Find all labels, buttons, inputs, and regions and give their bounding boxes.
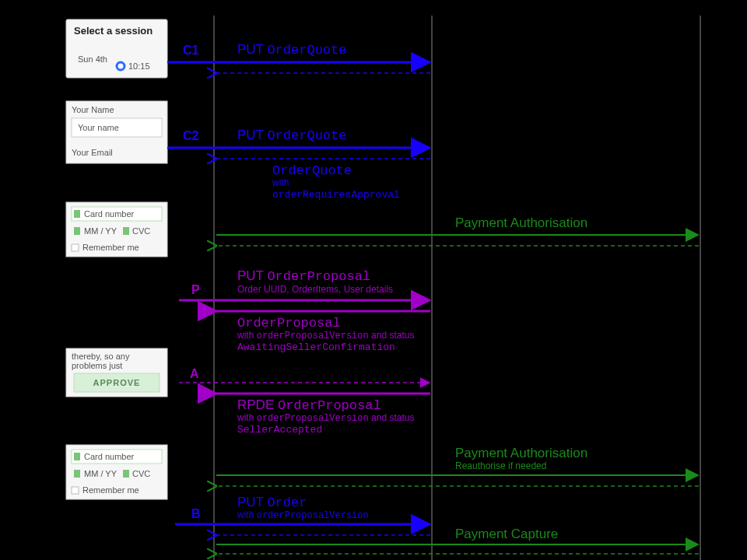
svg-text:Remember me: Remember me <box>82 243 139 252</box>
placeholder-your-name: Your name <box>78 123 119 132</box>
msg-c2-resp-with: with <box>272 177 289 188</box>
label-your-email: Your Email <box>72 148 113 157</box>
mockup-card-1: Card number MM / YY CVC Remember me <box>66 202 167 257</box>
lock-icon <box>123 470 129 478</box>
label-your-name: Your Name <box>72 105 114 114</box>
lock-icon <box>123 227 129 235</box>
svg-text:Remember me: Remember me <box>82 485 139 495</box>
msg-a-resp: RPDE OrderProposal <box>237 397 381 413</box>
approve-button: APPROVE <box>93 378 141 387</box>
svg-text:CVC: CVC <box>132 469 150 478</box>
msg-p-resp-l2: AwaitingSellerConfirmation <box>237 341 395 353</box>
mockup-approve: thereby, so any problems just APPROVE <box>66 348 167 397</box>
svg-text:problems just: problems just <box>72 361 122 370</box>
msg-b-sub: with orderProposalVersion <box>237 509 369 521</box>
mockup-session-select: Select a session Sun 4th 10:15 <box>66 19 167 78</box>
mockup-session-day: Sun 4th <box>78 54 107 64</box>
msg-a-resp-l2: SellerAccepted <box>237 424 322 436</box>
card-icon <box>74 453 80 460</box>
msg-c2: PUT OrderQuote <box>237 128 346 143</box>
msg-pay3: Payment Capture <box>455 527 558 541</box>
mockup-session-title: Select a session <box>74 25 153 37</box>
svg-text:Card number: Card number <box>84 452 135 461</box>
msg-pay2: Payment Authorisation <box>455 446 587 460</box>
msg-p-sub: Order UUID, OrderItems, User details <box>237 284 393 295</box>
step-label-a: A <box>190 367 199 380</box>
msg-p-resp: OrderProposal <box>237 316 341 331</box>
card-icon <box>74 210 80 218</box>
svg-text:Card number: Card number <box>84 209 135 219</box>
calendar-icon <box>74 470 80 478</box>
msg-c2-resp-mono: orderRequiresApproval <box>272 189 400 201</box>
msg-c2-resp: OrderQuote <box>272 163 352 178</box>
svg-text:MM / YY: MM / YY <box>84 226 117 236</box>
step-label-c2: C2 <box>183 129 199 142</box>
msg-p-resp-l1: with orderProposalVersion and status <box>237 330 414 341</box>
checkbox-icon <box>72 244 79 251</box>
step-label-c1: C1 <box>183 44 199 57</box>
msg-b: PUT Order <box>237 495 307 510</box>
msg-p: PUT OrderProposal <box>237 268 370 284</box>
svg-text:thereby, so any: thereby, so any <box>72 352 130 361</box>
msg-pay1: Payment Authorisation <box>455 215 587 230</box>
step-label-b: B <box>191 507 201 520</box>
mockup-card-2: Card number MM / YY CVC Remember me <box>66 445 167 499</box>
msg-a-resp-l1: with orderProposalVersion and status <box>237 412 414 424</box>
checkbox-icon <box>72 487 79 494</box>
mockup-session-time: 10:15 <box>128 61 150 71</box>
msg-c1: PUT OrderQuote <box>237 42 346 58</box>
svg-text:MM / YY: MM / YY <box>84 469 117 478</box>
mockup-user-form: Your Name Your name Your Email <box>66 101 167 163</box>
step-label-p: P <box>191 283 200 296</box>
svg-text:CVC: CVC <box>132 226 150 236</box>
calendar-icon <box>74 227 80 235</box>
sequence-diagram: Select a session Sun 4th 10:15 C1 PUT Or… <box>0 0 747 560</box>
msg-pay2-sub: Reauthorise if needed <box>455 460 546 471</box>
